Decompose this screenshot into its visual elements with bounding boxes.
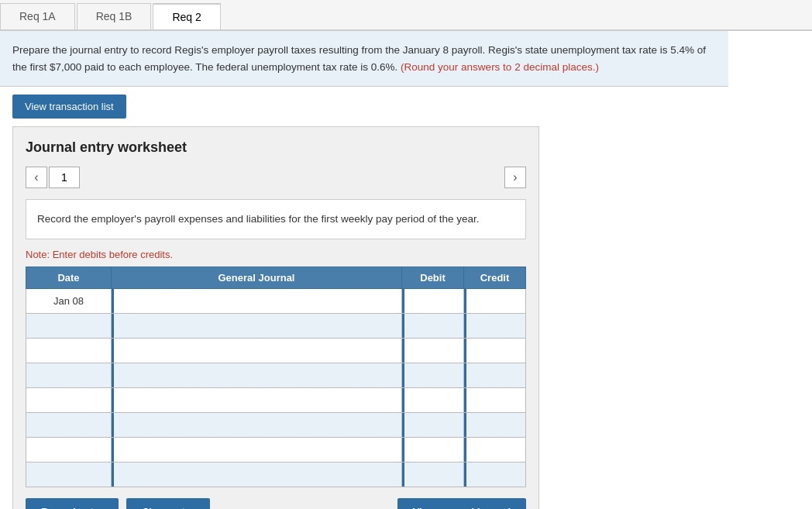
credit-cell[interactable] xyxy=(464,412,526,437)
date-cell xyxy=(26,338,112,363)
debit-input[interactable] xyxy=(402,339,463,363)
table-row xyxy=(26,437,526,462)
date-cell xyxy=(26,387,112,412)
journal-cell[interactable] xyxy=(112,412,402,437)
journal-cell[interactable] xyxy=(112,437,402,462)
credit-cell[interactable] xyxy=(464,338,526,363)
bottom-buttons: Record entry Clear entry View general jo… xyxy=(26,498,526,509)
debit-cell[interactable] xyxy=(402,313,464,338)
debit-cell[interactable] xyxy=(402,338,464,363)
journal-cell[interactable] xyxy=(112,387,402,412)
debit-cell[interactable] xyxy=(402,437,464,462)
journal-table: Date General Journal Debit Credit Jan 08 xyxy=(26,267,526,487)
nav-controls: ‹ › xyxy=(26,167,526,188)
date-cell: Jan 08 xyxy=(26,288,112,313)
debit-input[interactable] xyxy=(402,314,463,338)
col-header-debit: Debit xyxy=(402,267,464,288)
credit-input[interactable] xyxy=(464,413,525,437)
journal-input[interactable] xyxy=(112,289,401,313)
credit-input[interactable] xyxy=(464,463,525,487)
debit-cell[interactable] xyxy=(402,363,464,387)
worksheet-title: Journal entry worksheet xyxy=(26,139,526,156)
debit-input[interactable] xyxy=(402,388,463,412)
debit-cell[interactable] xyxy=(402,387,464,412)
view-general-journal-button[interactable]: View general journal xyxy=(397,498,526,509)
journal-input[interactable] xyxy=(112,388,401,412)
record-entry-button[interactable]: Record entry xyxy=(26,498,119,509)
table-row xyxy=(26,412,526,437)
tab-req1b[interactable]: Req 1B xyxy=(77,3,152,29)
credit-input[interactable] xyxy=(464,438,525,462)
debit-input[interactable] xyxy=(402,463,463,487)
description-box: Record the employer's payroll expenses a… xyxy=(26,199,526,239)
table-row xyxy=(26,363,526,387)
credit-cell[interactable] xyxy=(464,363,526,387)
debit-cell[interactable] xyxy=(402,288,464,313)
journal-input[interactable] xyxy=(112,413,401,437)
tabs-bar: Req 1A Req 1B Req 2 xyxy=(0,0,812,31)
date-cell xyxy=(26,412,112,437)
table-row xyxy=(26,338,526,363)
debit-cell[interactable] xyxy=(402,412,464,437)
journal-worksheet: Journal entry worksheet ‹ › Record the e… xyxy=(12,126,539,509)
journal-input[interactable] xyxy=(112,363,401,387)
page-number[interactable] xyxy=(49,167,80,188)
journal-input[interactable] xyxy=(112,314,401,338)
journal-input[interactable] xyxy=(112,339,401,363)
toolbar: View transaction list xyxy=(0,87,812,126)
tab-req2[interactable]: Req 2 xyxy=(153,3,220,29)
instructions-area: Prepare the journal entry to record Regi… xyxy=(0,31,728,87)
credit-cell[interactable] xyxy=(464,462,526,487)
journal-cell[interactable] xyxy=(112,363,402,387)
date-cell xyxy=(26,437,112,462)
instructions-note: (Round your answers to 2 decimal places.… xyxy=(401,61,599,73)
credit-cell[interactable] xyxy=(464,288,526,313)
date-cell xyxy=(26,462,112,487)
credit-cell[interactable] xyxy=(464,313,526,338)
col-header-credit: Credit xyxy=(464,267,526,288)
debit-cell[interactable] xyxy=(402,462,464,487)
table-row: Jan 08 xyxy=(26,288,526,313)
table-row xyxy=(26,387,526,412)
clear-entry-button[interactable]: Clear entry xyxy=(126,498,210,509)
journal-cell[interactable] xyxy=(112,313,402,338)
credit-input[interactable] xyxy=(464,363,525,387)
instructions-text: Prepare the journal entry to record Regi… xyxy=(12,44,706,73)
date-cell xyxy=(26,313,112,338)
table-row xyxy=(26,462,526,487)
debit-input[interactable] xyxy=(402,289,463,313)
next-page-button[interactable]: › xyxy=(504,167,526,188)
debit-input[interactable] xyxy=(402,413,463,437)
credit-input[interactable] xyxy=(464,339,525,363)
credit-input[interactable] xyxy=(464,388,525,412)
credit-cell[interactable] xyxy=(464,437,526,462)
journal-input[interactable] xyxy=(112,463,401,487)
note-text: Note: Enter debits before credits. xyxy=(26,249,526,260)
journal-cell[interactable] xyxy=(112,288,402,313)
credit-cell[interactable] xyxy=(464,387,526,412)
journal-input[interactable] xyxy=(112,438,401,462)
credit-input[interactable] xyxy=(464,314,525,338)
col-header-journal: General Journal xyxy=(112,267,402,288)
view-transaction-button[interactable]: View transaction list xyxy=(12,95,126,119)
col-header-date: Date xyxy=(26,267,112,288)
journal-cell[interactable] xyxy=(112,338,402,363)
debit-input[interactable] xyxy=(402,438,463,462)
prev-page-button[interactable]: ‹ xyxy=(26,167,47,188)
tab-req1a[interactable]: Req 1A xyxy=(0,3,75,29)
date-cell xyxy=(26,363,112,387)
credit-input[interactable] xyxy=(464,289,525,313)
description-text: Record the employer's payroll expenses a… xyxy=(37,213,480,225)
journal-cell[interactable] xyxy=(112,462,402,487)
debit-input[interactable] xyxy=(402,363,463,387)
table-row xyxy=(26,313,526,338)
